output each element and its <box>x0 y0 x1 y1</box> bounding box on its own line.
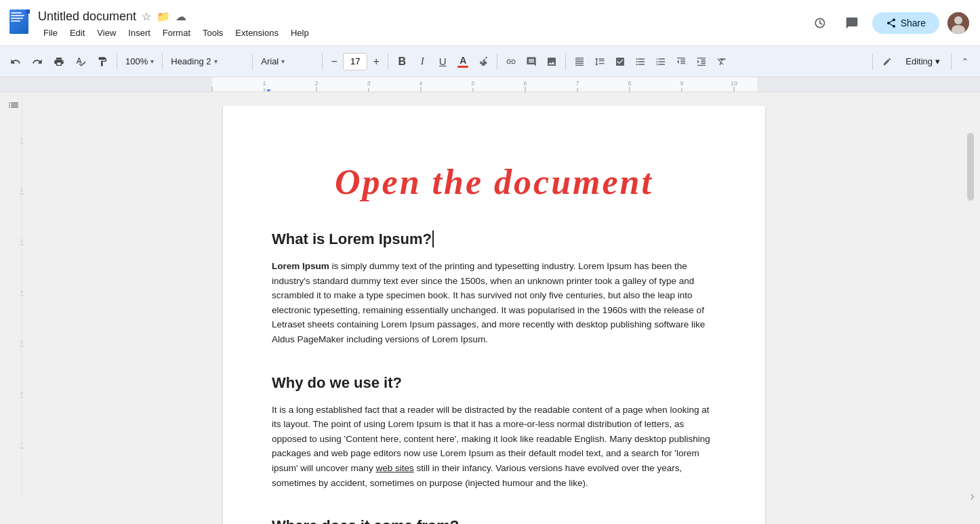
heading-2: Why do we use it? <box>272 374 716 392</box>
body-text-1: Lorem Ipsum is simply dummy text of the … <box>272 259 716 347</box>
title-bar: Untitled document ☆ 📁 ☁ File Edit View I… <box>0 0 980 46</box>
menu-edit[interactable]: Edit <box>64 25 90 41</box>
menu-format[interactable]: Format <box>157 25 196 41</box>
svg-rect-11 <box>757 77 980 92</box>
insert-image-button[interactable] <box>542 52 561 71</box>
expand-toolbar-button[interactable]: ⌃ <box>956 52 975 71</box>
svg-text:3: 3 <box>20 238 24 244</box>
font-size-input[interactable] <box>343 53 367 70</box>
folder-icon[interactable]: 📁 <box>157 10 170 23</box>
star-icon[interactable]: ☆ <box>142 10 151 23</box>
ruler: 1 2 3 4 5 6 7 8 9 10 <box>0 77 980 92</box>
svg-text:5: 5 <box>20 340 24 346</box>
svg-point-8 <box>954 16 962 24</box>
title-bar-right: Share <box>807 11 969 35</box>
print-button[interactable] <box>49 52 69 72</box>
separator7 <box>565 54 566 70</box>
svg-text:2: 2 <box>314 80 318 87</box>
svg-rect-2 <box>11 12 22 14</box>
toolbar: 100% ▾ Heading 2 ▾ Arial ▾ − + B I U A <box>0 46 980 77</box>
svg-rect-10 <box>0 77 212 92</box>
bold-button[interactable]: B <box>392 52 411 71</box>
app-icon <box>8 9 33 41</box>
svg-text:3: 3 <box>367 80 370 87</box>
indent-increase-button[interactable] <box>692 52 711 71</box>
svg-rect-5 <box>11 20 20 22</box>
paintformat-button[interactable] <box>92 52 113 72</box>
left-margin: 1 2 3 4 5 6 7 <box>0 92 27 524</box>
line-spacing-button[interactable] <box>590 52 609 71</box>
svg-text:4: 4 <box>20 289 24 295</box>
separator6 <box>497 54 497 70</box>
font-dropdown[interactable]: Arial ▾ <box>257 52 318 72</box>
heading-1: What is Lorem Ipsum? <box>272 230 716 248</box>
checklist-button[interactable] <box>611 52 630 71</box>
separator2 <box>162 54 163 70</box>
comment-icon[interactable] <box>840 11 864 35</box>
menu-file[interactable]: File <box>38 25 63 41</box>
heading-style-dropdown[interactable]: Heading 2 ▾ <box>167 52 248 72</box>
font-size-increase[interactable]: + <box>369 54 384 69</box>
svg-rect-12 <box>212 77 757 92</box>
numbered-list-button[interactable] <box>651 52 670 71</box>
body-text-2: It is a long established fact that a rea… <box>272 403 716 491</box>
svg-text:1: 1 <box>262 80 266 87</box>
share-label: Share <box>901 18 926 28</box>
zoom-arrow: ▾ <box>150 58 154 65</box>
clear-formatting-button[interactable] <box>712 52 731 71</box>
font-name: Arial <box>261 56 279 66</box>
history-icon[interactable] <box>807 11 832 35</box>
menu-insert[interactable]: Insert <box>123 25 156 41</box>
svg-text:7: 7 <box>20 441 24 447</box>
pencil-icon <box>877 52 897 72</box>
menu-tools[interactable]: Tools <box>197 25 228 41</box>
svg-text:2: 2 <box>20 187 24 193</box>
cloud-icon[interactable]: ☁ <box>176 10 186 23</box>
font-size-decrease[interactable]: − <box>327 54 342 69</box>
menu-extensions[interactable]: Extensions <box>230 25 284 41</box>
italic-button[interactable]: I <box>413 52 432 71</box>
editing-mode-arrow: ▾ <box>935 56 940 66</box>
align-button[interactable] <box>570 52 589 71</box>
editing-mode-button[interactable]: Editing ▾ <box>899 54 947 69</box>
redo-button[interactable] <box>27 52 47 72</box>
text-color-button[interactable]: A <box>453 52 472 71</box>
indent-decrease-button[interactable] <box>672 52 691 71</box>
svg-text:5: 5 <box>471 80 474 87</box>
expand-right-icon[interactable]: › <box>970 488 975 504</box>
svg-text:7: 7 <box>575 80 579 87</box>
avatar[interactable] <box>947 12 969 34</box>
title-icons: ☆ 📁 ☁ <box>142 10 186 23</box>
separator8 <box>872 54 873 70</box>
share-button[interactable]: Share <box>872 12 939 34</box>
link-button[interactable] <box>502 52 520 71</box>
font-size-area: − + <box>327 53 384 70</box>
svg-text:8: 8 <box>628 80 631 87</box>
separator9 <box>951 54 952 70</box>
heading-3: Where does it come from? <box>272 517 716 524</box>
document-scroll-area[interactable]: Open the document What is Lorem Ipsum? L… <box>27 92 961 524</box>
undo-button[interactable] <box>5 52 26 72</box>
add-comment-button[interactable] <box>522 52 541 71</box>
bullet-list-button[interactable] <box>631 52 650 71</box>
heading-arrow: ▾ <box>214 58 218 65</box>
separator1 <box>117 54 117 70</box>
highlight-button[interactable] <box>474 52 493 71</box>
right-margin: › <box>961 92 980 524</box>
svg-rect-6 <box>26 9 30 14</box>
menu-view[interactable]: View <box>91 25 121 41</box>
separator4 <box>322 54 323 70</box>
separator3 <box>252 54 253 70</box>
document-main-title: Open the document <box>272 153 716 210</box>
menu-help[interactable]: Help <box>285 25 314 41</box>
svg-text:4: 4 <box>419 80 422 87</box>
zoom-value: 100% <box>125 56 148 66</box>
spellcheck-button[interactable] <box>70 52 91 72</box>
svg-text:1: 1 <box>20 136 24 142</box>
svg-text:9: 9 <box>680 80 683 87</box>
underline-button[interactable]: U <box>433 52 452 71</box>
scrollbar-thumb[interactable] <box>967 133 974 201</box>
document-title[interactable]: Untitled document <box>38 9 136 24</box>
main-area: 1 2 3 4 5 6 7 Open the document What is … <box>0 92 980 524</box>
zoom-dropdown[interactable]: 100% ▾ <box>121 52 158 72</box>
